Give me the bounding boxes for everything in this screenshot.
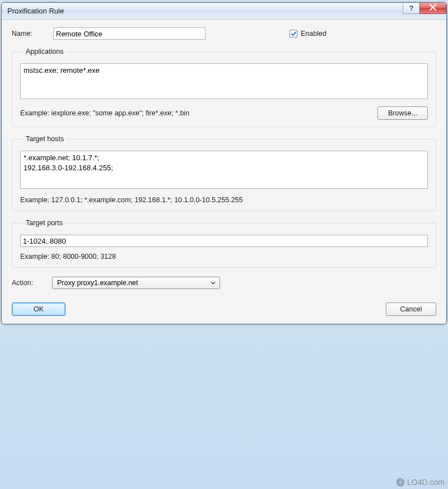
target-hosts-footer-row: Example: 127.0.0.1; *.example.com; 192.1… bbox=[20, 196, 428, 204]
globe-icon bbox=[396, 478, 405, 487]
action-dropdown[interactable]: Proxy proxy1.example.net bbox=[52, 277, 220, 289]
target-hosts-legend: Target hosts bbox=[24, 135, 66, 143]
target-hosts-group: Target hosts *.example.net; 10.1.7.*; 19… bbox=[12, 135, 436, 211]
check-icon bbox=[291, 31, 297, 37]
name-input[interactable] bbox=[53, 27, 206, 40]
name-label: Name: bbox=[12, 30, 53, 38]
target-ports-legend: Target ports bbox=[24, 219, 65, 227]
applications-textarea[interactable]: mstsc.exe; remote*.exe bbox=[20, 63, 428, 99]
close-icon bbox=[430, 4, 436, 12]
applications-footer-row: Example: iexplore.exe; "some app.exe"; f… bbox=[20, 106, 428, 120]
target-ports-example: Example: 80; 8000-9000; 3128 bbox=[20, 253, 116, 260]
ok-button[interactable]: OK bbox=[12, 302, 66, 316]
name-row: Name: Enabled bbox=[12, 27, 436, 40]
action-selected-value: Proxy proxy1.example.net bbox=[57, 279, 138, 287]
browse-button[interactable]: Browse... bbox=[377, 106, 428, 120]
enabled-checkbox[interactable] bbox=[290, 30, 297, 38]
enabled-label: Enabled bbox=[301, 30, 326, 38]
target-hosts-textarea[interactable]: *.example.net; 10.1.7.*; 192.168.3.0-192… bbox=[20, 151, 428, 189]
help-icon: ? bbox=[409, 4, 414, 12]
chevron-down-icon bbox=[208, 278, 217, 287]
help-button[interactable]: ? bbox=[403, 3, 419, 14]
applications-group: Applications mstsc.exe; remote*.exe Exam… bbox=[12, 48, 436, 127]
dialog-footer: OK Cancel bbox=[12, 302, 436, 316]
target-ports-group: Target ports Example: 80; 8000-9000; 312… bbox=[12, 219, 436, 268]
close-button[interactable] bbox=[419, 3, 446, 14]
applications-legend: Applications bbox=[24, 48, 66, 55]
window-title: Proxification Rule bbox=[2, 7, 64, 15]
watermark: LO4D.com bbox=[396, 478, 445, 487]
target-ports-input[interactable] bbox=[20, 235, 428, 247]
action-label: Action: bbox=[12, 279, 52, 287]
target-ports-footer-row: Example: 80; 8000-9000; 3128 bbox=[20, 253, 428, 260]
titlebar: Proxification Rule ? bbox=[2, 3, 446, 20]
dialog-client-area: Name: Enabled Applications mstsc.exe; re… bbox=[2, 20, 446, 324]
applications-example: Example: iexplore.exe; "some app.exe"; f… bbox=[20, 109, 189, 117]
action-row: Action: Proxy proxy1.example.net bbox=[12, 277, 436, 289]
cancel-button[interactable]: Cancel bbox=[386, 302, 436, 316]
window-controls: ? bbox=[403, 3, 446, 15]
dialog-window: Proxification Rule ? Name: bbox=[1, 2, 447, 324]
target-hosts-example: Example: 127.0.0.1; *.example.com; 192.1… bbox=[20, 196, 243, 204]
enabled-wrap: Enabled bbox=[290, 30, 326, 38]
watermark-text: LO4D.com bbox=[407, 478, 445, 487]
